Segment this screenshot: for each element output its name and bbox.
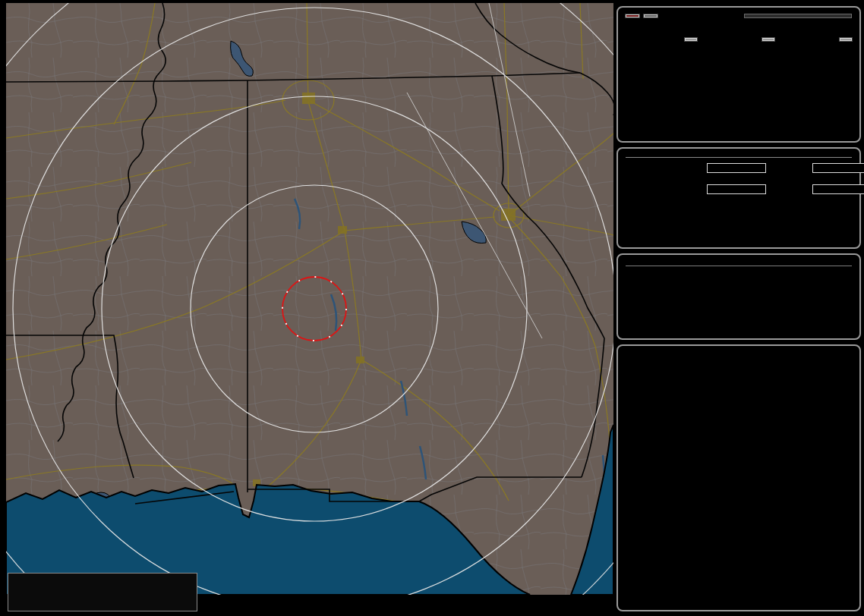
bearing-display xyxy=(744,14,852,18)
distribution-panel xyxy=(616,147,861,249)
cg-neg-bar-fill xyxy=(813,164,864,172)
noise-button[interactable] xyxy=(644,14,657,17)
datetime-display xyxy=(626,261,852,266)
ic-pos-bar xyxy=(707,184,766,194)
cg-pos-bar-fill xyxy=(708,164,765,172)
ic-pos-bar-fill xyxy=(708,185,765,193)
strikes-per-min-button[interactable] xyxy=(685,38,697,41)
strike-button[interactable] xyxy=(626,14,639,17)
map-legend xyxy=(8,573,197,611)
status-panel xyxy=(616,253,861,340)
distribution-title xyxy=(626,155,852,158)
counters-panel xyxy=(616,6,861,143)
strikes-column xyxy=(626,30,697,52)
trend-panel xyxy=(616,344,861,611)
trend-chart xyxy=(626,369,852,562)
radar-map[interactable] xyxy=(6,3,613,613)
sidebar xyxy=(616,6,861,611)
map-canvas[interactable] xyxy=(6,3,613,595)
cg-pos-bar xyxy=(707,163,766,173)
close-per-min-button[interactable] xyxy=(762,38,774,41)
noises-per-min-button[interactable] xyxy=(840,38,852,41)
ic-neg-bar xyxy=(812,184,864,194)
cg-neg-bar xyxy=(812,163,864,173)
map-geography xyxy=(6,3,613,595)
ic-neg-bar-fill xyxy=(813,185,864,193)
close-column xyxy=(703,30,774,52)
noises-column xyxy=(780,30,852,52)
